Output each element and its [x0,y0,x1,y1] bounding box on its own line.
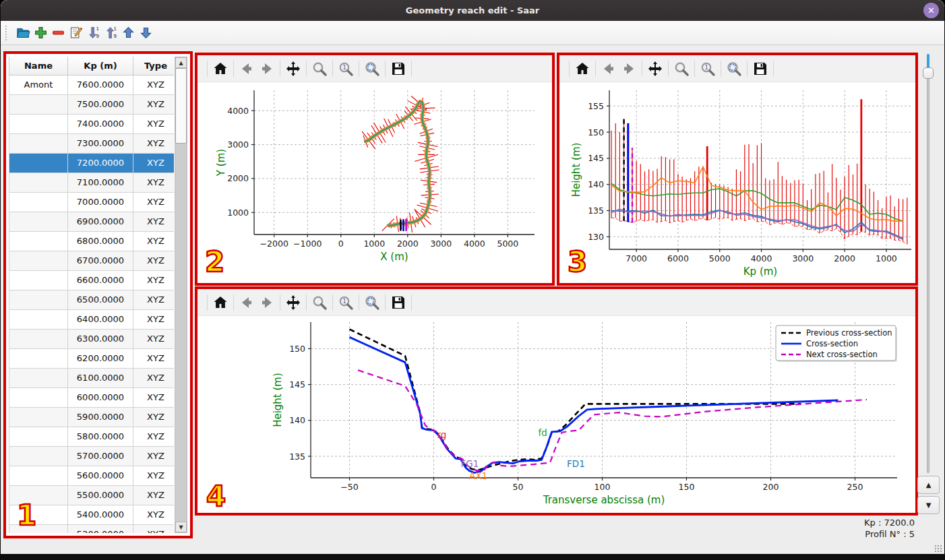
table-cell[interactable]: XYZ [133,173,175,192]
table-row[interactable]: 5800.0000XYZ [9,427,175,446]
table-row[interactable]: 6700.0000XYZ [9,251,175,270]
close-button[interactable]: ✕ [923,3,939,18]
table-row[interactable]: 6600.0000XYZ [9,270,175,290]
table-cell[interactable] [9,329,68,348]
table-cell[interactable]: 6300.0000 [68,329,133,348]
table-cell[interactable]: 6200.0000 [68,348,133,368]
table-cell[interactable]: 5900.0000 [68,407,133,427]
back-button[interactable] [237,59,257,79]
table-row[interactable]: 6500.0000XYZ [9,290,175,309]
table-cell[interactable]: XYZ [133,212,175,231]
zoom-fit-button[interactable] [362,59,382,79]
scroll-up-button[interactable]: ▲ [175,57,187,68]
table-cell[interactable]: XYZ [133,407,175,427]
forward-button[interactable] [619,59,639,79]
save-button[interactable] [388,292,408,313]
table-cell[interactable]: XYZ [133,192,175,212]
zoom-region-button[interactable]: 1 [336,292,356,313]
move-down-button[interactable] [138,25,154,41]
table-cell[interactable]: XYZ [133,446,175,466]
edit-button[interactable] [67,25,84,41]
table-cell[interactable]: XYZ [133,387,175,407]
table-row[interactable]: 6900.0000XYZ [9,212,175,231]
sort-ascending-button[interactable]: 19 [102,25,119,41]
forward-button[interactable] [257,59,277,79]
table-cell[interactable]: XYZ [133,75,175,94]
table-cell[interactable]: XYZ [133,524,175,533]
save-button[interactable] [750,59,770,79]
zoom-region-button[interactable]: 1 [336,59,356,79]
table-row[interactable]: 6200.0000XYZ [9,348,175,368]
table-cell[interactable]: 6500.0000 [68,290,133,309]
slider-handle[interactable] [923,67,934,79]
table-cell[interactable] [9,407,68,427]
zoom-region-button[interactable]: 1 [698,59,718,79]
table-cell[interactable]: XYZ [133,270,175,290]
table-cell[interactable]: 5800.0000 [68,427,133,446]
table-cell[interactable]: Amont [9,75,68,94]
table-row[interactable]: 7500.0000XYZ [9,94,175,114]
table-cell[interactable] [9,192,68,212]
table-cell[interactable]: 5300.0000 [68,524,133,533]
profile-down-button[interactable]: ▼ [917,496,940,514]
table-cell[interactable]: 7300.0000 [68,133,133,153]
table-cell[interactable]: 6800.0000 [68,231,133,251]
remove-button[interactable] [50,25,66,41]
table-row[interactable]: 6800.0000XYZ [9,231,175,251]
pan-button[interactable] [645,59,665,79]
table-cell[interactable] [9,114,68,133]
table-cell[interactable]: XYZ [133,329,175,348]
table-row[interactable]: 7300.0000XYZ [9,133,175,153]
table-row[interactable]: 6000.0000XYZ [9,387,175,407]
table-cell[interactable]: XYZ [133,466,175,485]
table-cell[interactable]: 5600.0000 [68,466,133,485]
back-button[interactable] [599,59,619,79]
zoom-fit-button[interactable] [724,59,744,79]
table-row[interactable]: 7000.0000XYZ [9,192,175,212]
table-cell[interactable]: XYZ [133,485,175,505]
table-row[interactable]: 6100.0000XYZ [9,368,175,387]
table-cell[interactable]: 6400.0000 [68,309,133,329]
table-cell[interactable]: 7500.0000 [68,94,133,114]
table-cell[interactable]: 5400.0000 [68,505,133,524]
table-cell[interactable] [9,348,68,368]
table-cell[interactable]: 5500.0000 [68,485,133,505]
table-cell[interactable] [9,212,68,231]
table-row[interactable]: 7400.0000XYZ [9,114,175,133]
table-row[interactable]: 7200.0000XYZ [9,153,175,173]
table-cell[interactable]: 7100.0000 [68,173,133,192]
move-up-button[interactable] [120,25,136,41]
table-cell[interactable] [9,466,68,485]
table-cell[interactable]: 7200.0000 [68,153,133,173]
home-button[interactable] [210,292,231,313]
slider-track[interactable] [927,54,929,473]
scrollbar-thumb[interactable] [175,68,187,144]
table-cell[interactable] [9,153,68,173]
zoom-button[interactable] [309,59,330,79]
home-button[interactable] [572,59,592,79]
table-row[interactable]: Amont7600.0000XYZ [9,75,175,94]
long-profile-chart[interactable]: 7000600050004000300020001000130135140145… [559,82,915,280]
zoom-button[interactable] [309,292,330,313]
resize-grip[interactable] [934,545,942,553]
table-cell[interactable]: XYZ [133,94,175,114]
table-cell[interactable]: 6000.0000 [68,387,133,407]
home-button[interactable] [210,59,231,79]
cross-section-chart[interactable]: −50050100150200250135140145150Transverse… [197,316,915,510]
zoom-button[interactable] [671,59,692,79]
profile-slider[interactable] [923,54,934,473]
toolbar-grip[interactable] [5,26,9,40]
table-cell[interactable] [9,290,68,309]
table-cell[interactable] [9,251,68,270]
table-cell[interactable]: 7400.0000 [68,114,133,133]
back-button[interactable] [237,292,257,313]
header-type[interactable]: Type [133,57,175,75]
pan-button[interactable] [283,59,303,79]
table-cell[interactable] [9,133,68,153]
table-cell[interactable]: XYZ [133,114,175,133]
table-row[interactable]: 6400.0000XYZ [9,309,175,329]
table-cell[interactable]: XYZ [133,505,175,524]
table-cell[interactable]: 7000.0000 [68,192,133,212]
table-cell[interactable] [9,309,68,329]
header-kp[interactable]: Kp (m) [68,57,133,75]
